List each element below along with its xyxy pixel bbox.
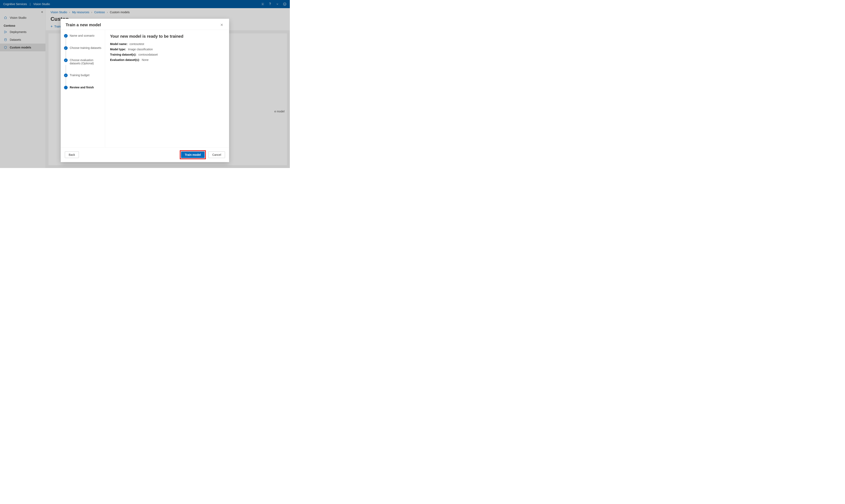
kv-key: Model name:	[110, 42, 127, 46]
current-step-icon	[64, 86, 68, 89]
modal-overlay: Train a new model ✓ Name and scenario ✓	[0, 0, 290, 168]
wizard-step-label: Training budget	[70, 73, 89, 77]
close-button[interactable]	[219, 22, 224, 27]
review-heading: Your new model is ready to be trained	[110, 34, 224, 39]
step-connector	[66, 38, 66, 46]
kv-value: contosodataset	[138, 53, 158, 56]
wizard-content: Your new model is ready to be trained Mo…	[105, 30, 229, 147]
wizard-step-label: Choose training datasets	[70, 46, 101, 50]
check-icon: ✓	[64, 34, 68, 38]
dialog-header: Train a new model	[61, 19, 229, 30]
kv-value: Image classification	[128, 48, 153, 51]
annotation-highlight: Train model	[180, 150, 206, 159]
check-icon: ✓	[64, 58, 68, 62]
kv-key: Evaluation dataset(s):	[110, 58, 140, 61]
wizard-steps: ✓ Name and scenario ✓ Choose training da…	[61, 30, 105, 147]
wizard-step-choose-evaluation-datasets[interactable]: ✓ Choose evaluation datasets (Optional)	[64, 58, 103, 65]
kv-model-name: Model name: contosotest	[110, 42, 224, 46]
dialog-title: Train a new model	[66, 23, 101, 27]
dialog-footer: Back Train model Cancel	[61, 147, 229, 162]
kv-key: Training dataset(s):	[110, 53, 136, 56]
kv-key: Model type:	[110, 48, 126, 51]
kv-value: contosotest	[130, 42, 144, 46]
step-connector	[66, 65, 66, 73]
train-model-button[interactable]: Train model	[181, 151, 205, 158]
train-model-dialog: Train a new model ✓ Name and scenario ✓	[61, 19, 229, 162]
wizard-step-training-budget[interactable]: ✓ Training budget	[64, 73, 103, 77]
kv-value: None	[142, 58, 149, 61]
wizard-step-label: Choose evaluation datasets (Optional)	[70, 58, 103, 65]
close-icon	[220, 23, 223, 26]
kv-model-type: Model type: Image classification	[110, 48, 224, 51]
cancel-button[interactable]: Cancel	[208, 151, 225, 158]
kv-training-datasets: Training dataset(s): contosodataset	[110, 53, 224, 56]
wizard-step-name-scenario[interactable]: ✓ Name and scenario	[64, 34, 103, 38]
kv-evaluation-datasets: Evaluation dataset(s): None	[110, 58, 224, 61]
back-button[interactable]: Back	[65, 151, 79, 158]
step-connector	[66, 77, 66, 86]
step-connector	[66, 50, 66, 58]
check-icon: ✓	[64, 73, 68, 77]
wizard-step-choose-training-datasets[interactable]: ✓ Choose training datasets	[64, 46, 103, 50]
wizard-step-review-finish[interactable]: Review and finish	[64, 86, 103, 89]
wizard-step-label: Review and finish	[70, 86, 94, 89]
wizard-step-label: Name and scenario	[70, 34, 94, 37]
check-icon: ✓	[64, 46, 68, 50]
